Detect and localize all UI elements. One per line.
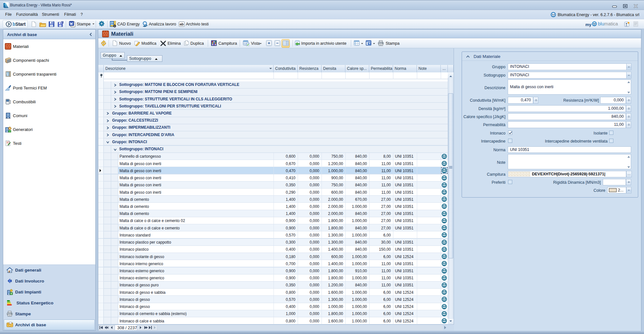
svg-text:ab: ab <box>180 22 184 26</box>
